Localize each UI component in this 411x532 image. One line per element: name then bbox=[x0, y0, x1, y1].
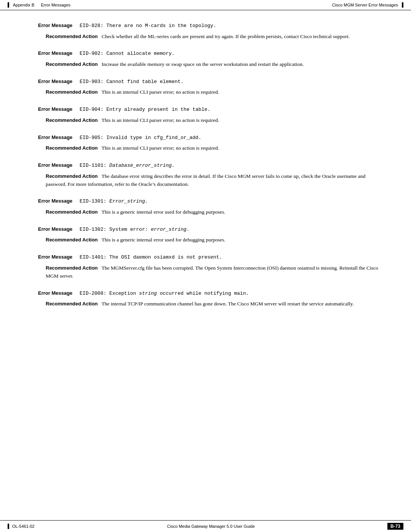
rec-action-label-eid2008: Recommended Action bbox=[46, 301, 98, 307]
error-message-eid2008: Error Message EID-2008: Exception string… bbox=[38, 289, 381, 297]
error-message-label-eid904: Error Message bbox=[38, 106, 72, 112]
rec-action-label-eid1301: Recommended Action bbox=[46, 209, 98, 215]
error-code-italic-eid1101: Database_error_string. bbox=[109, 163, 175, 168]
error-block-eid2008: Error Message EID-2008: Exception string… bbox=[38, 289, 381, 308]
error-block-eid1101: Error Message EID-1101: Database_error_s… bbox=[38, 161, 381, 188]
error-message-eid1301: Error Message EID-1301: Error_string. bbox=[38, 197, 381, 205]
footer-center: Cisco Media Gateway Manager 5.0 User Gui… bbox=[35, 524, 387, 529]
header-right: Cisco MGM Server Error Messages bbox=[332, 2, 403, 8]
page-container: Appendix B Error Messages Cisco MGM Serv… bbox=[0, 0, 411, 532]
footer-right: B-73 bbox=[387, 523, 403, 530]
error-block-eid902: Error Message EID-902: Cannot allocate m… bbox=[38, 50, 381, 68]
rec-action-label-eid1401: Recommended Action bbox=[46, 265, 98, 271]
error-code-eid904: EID-904: Entry already present in the ta… bbox=[74, 107, 210, 112]
rec-action-text-eid1301: This is a generic internal error used fo… bbox=[99, 209, 225, 215]
error-message-label-eid1101: Error Message bbox=[38, 162, 72, 168]
error-message-eid1101: Error Message EID-1101: Database_error_s… bbox=[38, 161, 381, 169]
rec-action-text-eid904: This is an internal CLI parser error; no… bbox=[99, 117, 219, 123]
recommended-action-eid1302: Recommended Action This is a generic int… bbox=[46, 236, 381, 244]
rec-action-text-eid902: Increase the available memory or swap sp… bbox=[99, 61, 304, 67]
recommended-action-eid902: Recommended Action Increase the availabl… bbox=[46, 61, 381, 69]
footer-left-bar-icon bbox=[8, 524, 9, 529]
error-message-label-eid1301: Error Message bbox=[38, 198, 72, 204]
page-footer: OL-5461-02 Cisco Media Gateway Manager 5… bbox=[0, 520, 411, 532]
error-code-italic-eid1302: error_string. bbox=[151, 227, 190, 232]
recommended-action-eid905: Recommended Action This is an internal C… bbox=[46, 144, 381, 152]
error-message-eid905: Error Message EID-905: Invalid type in c… bbox=[38, 134, 381, 142]
error-message-label-eid828: Error Message bbox=[38, 22, 72, 28]
error-message-eid828: Error Message EID-828: There are no M-ca… bbox=[38, 22, 381, 30]
recommended-action-eid1401: Recommended Action The MGMServer.cfg fil… bbox=[46, 264, 381, 280]
error-message-label-eid902: Error Message bbox=[38, 50, 72, 56]
rec-action-label-eid1101: Recommended Action bbox=[46, 173, 98, 179]
error-code-eid1301: EID-1301: bbox=[74, 198, 110, 204]
header-appendix-label: Appendix B bbox=[13, 3, 34, 7]
error-code-eid1302: EID-1302: System error: bbox=[74, 227, 151, 232]
rec-action-text-eid1302: This is a generic internal error used fo… bbox=[99, 237, 225, 243]
error-code-suffix-eid2008: occurred while notifying main. bbox=[157, 291, 249, 296]
rec-action-text-eid2008: The internal TCP/IP communication channe… bbox=[99, 301, 354, 307]
error-code-eid2008: EID-2008: Exception bbox=[74, 291, 139, 296]
error-message-eid1302: Error Message EID-1302: System error: er… bbox=[38, 225, 381, 233]
error-message-eid902: Error Message EID-902: Cannot allocate m… bbox=[38, 50, 381, 58]
footer-doc-number: OL-5461-02 bbox=[12, 524, 35, 529]
error-code-italic-eid1301: Error_string. bbox=[109, 198, 148, 204]
rec-action-label-eid1302: Recommended Action bbox=[46, 237, 98, 243]
recommended-action-eid2008: Recommended Action The internal TCP/IP c… bbox=[46, 300, 381, 308]
rec-action-label-eid903: Recommended Action bbox=[46, 89, 98, 95]
error-block-eid1401: Error Message EID-1401: The OSI daemon o… bbox=[38, 253, 381, 280]
error-code-italic-eid2008: string bbox=[139, 291, 157, 296]
error-message-label-eid1401: Error Message bbox=[38, 254, 72, 260]
rec-action-label-eid902: Recommended Action bbox=[46, 61, 98, 67]
error-message-eid904: Error Message EID-904: Entry already pre… bbox=[38, 105, 381, 113]
rec-action-text-eid903: This is an internal CLI parser error; no… bbox=[99, 89, 219, 95]
recommended-action-eid828: Recommended Action Check whether all the… bbox=[46, 33, 381, 41]
header-right-text: Cisco MGM Server Error Messages bbox=[332, 3, 398, 7]
error-code-eid1401: EID-1401: The OSI daemon osiamxd is not … bbox=[74, 254, 222, 260]
rec-action-text-eid828: Check whether all the ML-series cards ar… bbox=[99, 34, 350, 39]
rec-action-label-eid904: Recommended Action bbox=[46, 117, 98, 123]
error-block-eid905: Error Message EID-905: Invalid type in c… bbox=[38, 134, 381, 152]
error-block-eid1301: Error Message EID-1301: Error_string. Re… bbox=[38, 197, 381, 216]
error-message-label-eid903: Error Message bbox=[38, 78, 72, 84]
recommended-action-eid903: Recommended Action This is an internal C… bbox=[46, 88, 381, 96]
header-left: Appendix B Error Messages bbox=[8, 2, 70, 8]
error-message-label-eid1302: Error Message bbox=[38, 226, 72, 232]
footer-guide-title: Cisco Media Gateway Manager 5.0 User Gui… bbox=[167, 524, 255, 529]
header-section-title: Error Messages bbox=[41, 3, 70, 7]
error-message-label-eid2008: Error Message bbox=[38, 290, 72, 296]
error-code-eid1101: EID-1101: bbox=[74, 163, 110, 168]
error-block-eid904: Error Message EID-904: Entry already pre… bbox=[38, 105, 381, 124]
error-code-eid905: EID-905: Invalid type in cfg_find_or_add… bbox=[74, 135, 201, 141]
error-block-eid828: Error Message EID-828: There are no M-ca… bbox=[38, 22, 381, 40]
error-code-eid902: EID-902: Cannot allocate memory. bbox=[74, 51, 175, 56]
header-right-bar-icon bbox=[402, 2, 403, 8]
footer-left: OL-5461-02 bbox=[8, 524, 35, 529]
page-header: Appendix B Error Messages Cisco MGM Serv… bbox=[0, 0, 411, 10]
rec-action-label-eid828: Recommended Action bbox=[46, 34, 98, 39]
main-content: Error Message EID-828: There are no M-ca… bbox=[0, 10, 411, 520]
recommended-action-eid904: Recommended Action This is an internal C… bbox=[46, 117, 381, 125]
recommended-action-eid1301: Recommended Action This is a generic int… bbox=[46, 208, 381, 216]
error-message-eid1401: Error Message EID-1401: The OSI daemon o… bbox=[38, 253, 381, 261]
error-block-eid903: Error Message EID-903: Cannot find table… bbox=[38, 78, 381, 96]
rec-action-label-eid905: Recommended Action bbox=[46, 145, 98, 151]
recommended-action-eid1101: Recommended Action The database error st… bbox=[46, 173, 381, 189]
header-left-bar-icon bbox=[8, 2, 9, 8]
error-message-label-eid905: Error Message bbox=[38, 134, 72, 140]
rec-action-text-eid905: This is an internal CLI parser error; no… bbox=[99, 145, 219, 151]
error-code-eid903: EID-903: Cannot find table element. bbox=[74, 79, 184, 85]
error-code-eid828: EID-828: There are no M-cards in the top… bbox=[74, 23, 216, 29]
error-message-eid903: Error Message EID-903: Cannot find table… bbox=[38, 78, 381, 86]
header-separator bbox=[36, 3, 39, 7]
footer-page-number: B-73 bbox=[387, 523, 403, 530]
error-block-eid1302: Error Message EID-1302: System error: er… bbox=[38, 225, 381, 244]
